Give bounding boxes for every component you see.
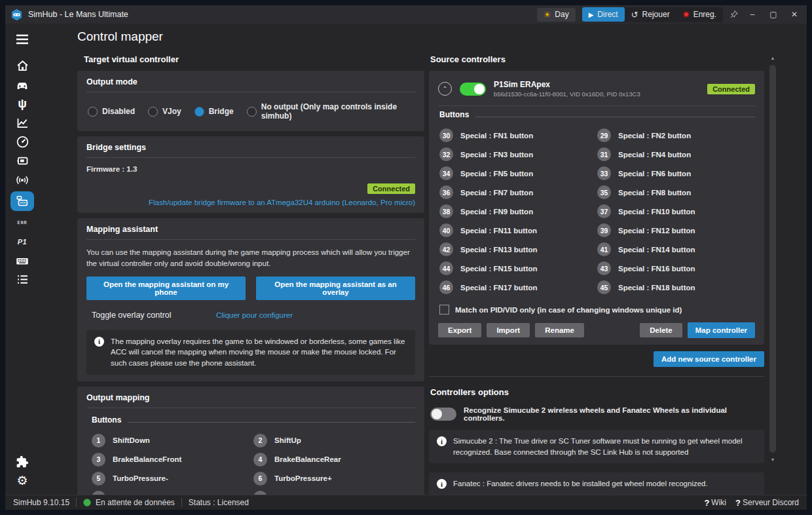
day-label: Day bbox=[555, 10, 568, 19]
recognize-wheels-toggle[interactable] bbox=[430, 408, 456, 421]
pin-icon[interactable] bbox=[729, 10, 739, 19]
controller-enabled-toggle[interactable] bbox=[460, 83, 486, 96]
source-button-row: 36 Special : FN7 button bbox=[439, 185, 597, 199]
rename-button[interactable]: Rename bbox=[535, 323, 584, 337]
button-action-label: TurboPressure+ bbox=[274, 474, 332, 482]
record-mode-group: ▶ Direct ↺ Rejouer Enreg. bbox=[582, 7, 723, 22]
replay-button[interactable]: ↺ Rejouer bbox=[625, 7, 676, 22]
configure-overlay-link[interactable]: Cliquer pour configurer bbox=[216, 311, 293, 319]
sidebar: ψ bbox=[5, 24, 39, 495]
match-pid-vid-checkbox[interactable] bbox=[439, 305, 449, 315]
output-mode-radio[interactable]: Disabled bbox=[88, 107, 135, 117]
output-mode-radio[interactable]: VJoy bbox=[148, 107, 181, 117]
record-icon bbox=[683, 11, 690, 18]
source-button-row: 43 Special : FN16 button bbox=[597, 261, 755, 275]
recognize-wheels-label: Recognize Simucube 2 wireless wheels and… bbox=[464, 406, 764, 422]
source-controller-card: ⌃ P1Sim ERApex b56d1530-cc6a-11f0-8001, … bbox=[429, 71, 764, 345]
maximize-button[interactable]: ▢ bbox=[766, 10, 781, 19]
button-number-badge: 32 bbox=[439, 147, 453, 161]
button-action-label: Special : FN16 button bbox=[618, 265, 695, 273]
page-title: Control mapper bbox=[77, 29, 807, 44]
output-mode-radio[interactable]: Bridge bbox=[194, 107, 234, 117]
sidebar-item-plugins[interactable] bbox=[10, 453, 34, 470]
sidebar-item-vehicles[interactable] bbox=[10, 76, 34, 94]
scroll-thumb[interactable] bbox=[769, 65, 776, 453]
sidebar-item-home[interactable] bbox=[10, 57, 34, 75]
window-title: SimHub - Le Mans Ultimate bbox=[28, 10, 128, 19]
scroll-down-arrow[interactable]: ▼ bbox=[769, 457, 777, 462]
sidebar-item-enr-plugin[interactable]: ENR bbox=[10, 214, 34, 231]
sidebar-item-devices[interactable]: ψ bbox=[10, 95, 34, 113]
record-button[interactable]: Enreg. bbox=[676, 7, 723, 22]
sidebar-item-p1sim-plugin[interactable]: P1 bbox=[10, 233, 34, 250]
map-controller-button[interactable]: Map controller bbox=[688, 322, 755, 338]
export-button[interactable]: Export bbox=[438, 323, 481, 337]
close-button[interactable]: ✕ bbox=[787, 10, 802, 19]
button-number-badge: 1 bbox=[92, 434, 105, 448]
output-mode-card: Output mode Disabled bbox=[77, 71, 424, 131]
delete-button[interactable]: Delete bbox=[640, 323, 682, 337]
button-action-label: Special : FN4 button bbox=[618, 151, 691, 159]
controller-connected-badge: Connected bbox=[707, 84, 755, 94]
button-number-badge: 4 bbox=[253, 453, 267, 467]
sidebar-item-keyboard[interactable] bbox=[10, 252, 34, 269]
source-button-row: 46 Special : FN17 button bbox=[439, 280, 597, 294]
button-number-badge: 42 bbox=[439, 242, 453, 256]
open-assistant-phone-button[interactable]: Open the mapping assistant on my phone bbox=[86, 277, 246, 300]
direct-button[interactable]: ▶ Direct bbox=[582, 7, 625, 22]
button-number-badge: 46 bbox=[439, 280, 453, 294]
output-mode-radio[interactable]: No output (Only map controls inside simh… bbox=[247, 102, 414, 121]
radio-icon bbox=[247, 107, 257, 117]
radio-label: Disabled bbox=[102, 107, 135, 116]
collapse-chevron-icon[interactable]: ⌃ bbox=[438, 82, 452, 96]
source-button-row: 40 Special : FN11 button bbox=[439, 223, 597, 237]
sidebar-item-settings[interactable]: ⚙ bbox=[10, 472, 34, 489]
sidebar-item-screens[interactable] bbox=[10, 152, 34, 170]
sun-icon: ☀ bbox=[544, 10, 551, 20]
minimize-button[interactable]: – bbox=[745, 10, 760, 19]
sidebar-item-control-mapper[interactable] bbox=[10, 191, 34, 211]
sidebar-item-shakeit-motors[interactable] bbox=[10, 171, 34, 189]
statusbar: SimHub 9.10.15 En attente de données Sta… bbox=[5, 495, 807, 510]
output-buttons-label: Buttons bbox=[92, 415, 121, 425]
open-assistant-overlay-button[interactable]: Open the mapping assistant as an overlay bbox=[256, 277, 415, 300]
button-action-label: Special : FN17 button bbox=[460, 284, 538, 292]
sidebar-item-dash-studio[interactable] bbox=[10, 133, 34, 151]
scroll-up-arrow[interactable]: ▲ bbox=[769, 56, 777, 60]
discord-link[interactable]: ? Serveur Discord bbox=[735, 498, 799, 508]
scrollbar: ▲ ▼ bbox=[764, 53, 784, 495]
source-section-title: Source controllers bbox=[430, 54, 764, 64]
button-action-label: Special : FN13 button bbox=[460, 246, 538, 254]
button-number-badge: 2 bbox=[253, 434, 267, 448]
match-pid-vid-label: Match on PID/VID only (in case of changi… bbox=[455, 306, 682, 314]
output-mode-title: Output mode bbox=[86, 77, 415, 92]
button-number-badge: 5 bbox=[92, 472, 105, 486]
button-action-label: Special : FN11 button bbox=[460, 227, 537, 235]
wiki-link[interactable]: ? Wiki bbox=[704, 498, 726, 508]
app-window: SimHub - Le Mans Ultimate ☀ Day ▶ Direct… bbox=[5, 5, 807, 510]
radio-label: Bridge bbox=[209, 107, 234, 116]
flash-firmware-link[interactable]: Flash/update bridge firmware to an ATmeg… bbox=[149, 199, 415, 206]
button-action-label: Special : FN2 button bbox=[618, 132, 691, 140]
button-number-badge: 36 bbox=[439, 185, 453, 199]
source-button-row: 38 Special : FN9 button bbox=[439, 204, 597, 218]
usb-icon: ψ bbox=[18, 97, 27, 111]
output-button-row: 1 ShiftDown bbox=[92, 434, 253, 448]
sidebar-item-statistics[interactable] bbox=[10, 114, 34, 132]
add-source-controller-button[interactable]: Add new source controller bbox=[654, 351, 764, 367]
car-icon bbox=[15, 78, 29, 92]
simucube-info-box: i Simucube 2 : The True drive or SC Tune… bbox=[429, 430, 764, 463]
source-button-row: 35 Special : FN8 button bbox=[597, 185, 755, 199]
target-virtual-controller-panel: Target virtual controller Output mode Di… bbox=[77, 53, 424, 495]
source-button-row: 42 Special : FN13 button bbox=[439, 242, 597, 256]
day-night-button[interactable]: ☀ Day bbox=[537, 8, 576, 22]
data-status-text: En attente de données bbox=[96, 498, 175, 507]
radio-icon bbox=[88, 107, 98, 117]
sidebar-item-lists[interactable] bbox=[10, 271, 34, 288]
info-icon: i bbox=[437, 436, 447, 446]
button-action-label: Special : FN15 button bbox=[460, 265, 538, 273]
button-action-label: Special : FN6 button bbox=[618, 170, 691, 178]
menu-button[interactable] bbox=[10, 30, 34, 48]
import-button[interactable]: Import bbox=[487, 323, 530, 337]
question-icon: ? bbox=[704, 498, 709, 508]
